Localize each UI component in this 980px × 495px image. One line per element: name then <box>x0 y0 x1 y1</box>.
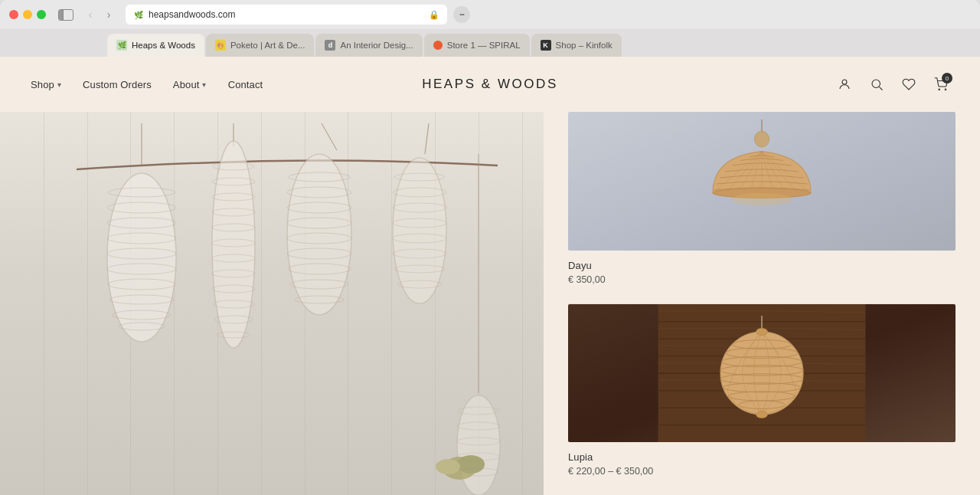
search-icon[interactable] <box>868 76 885 93</box>
product-card-lupia[interactable]: Lupia € 220,00 – € 350,00 <box>544 304 980 496</box>
tab-kinfolk[interactable]: K Shop – Kinfolk <box>531 34 622 57</box>
tab-interior[interactable]: d An Interior Desig... <box>315 34 422 57</box>
sidebar-toggle-button[interactable] <box>58 9 74 21</box>
wishlist-icon[interactable] <box>900 76 917 93</box>
title-bar: ‹ › 🌿 heapsandwoods.com 🔒 ··· <box>0 0 980 29</box>
svg-line-8 <box>425 123 429 154</box>
product-name-lupia: Lupia <box>568 451 956 463</box>
tab-spiral[interactable]: Store 1 — SPIRAL <box>424 34 530 57</box>
tab-label-kinfolk: Shop – Kinfolk <box>556 41 612 50</box>
tabs-bar: 🌿 Heaps & Woods 🎨 Poketo | Art & De... d… <box>0 29 980 57</box>
products-column: Dayu € 350,00 <box>544 112 980 495</box>
lupia-lamp-illustration <box>704 316 819 431</box>
svg-point-63 <box>754 131 769 147</box>
product-price-lupia: € 220,00 – € 350,00 <box>568 466 956 477</box>
tab-label-spiral: Store 1 — SPIRAL <box>447 41 521 50</box>
svg-point-1 <box>872 80 880 88</box>
tab-favicon-spiral <box>433 41 443 50</box>
site-nav: Shop ▾ Custom Orders About ▾ Contact HEA… <box>0 57 980 112</box>
tab-label-poketo: Poketo | Art & De... <box>230 41 305 50</box>
nav-about[interactable]: About ▾ <box>173 79 207 90</box>
tab-label-heaps: Heaps & Woods <box>132 41 195 50</box>
account-icon[interactable] <box>836 76 853 93</box>
address-bar[interactable]: 🌿 heapsandwoods.com 🔒 <box>126 5 447 25</box>
forward-button[interactable]: › <box>101 7 116 22</box>
tab-poketo[interactable]: 🎨 Poketo | Art & De... <box>206 34 315 57</box>
website-content: Shop ▾ Custom Orders About ▾ Contact HEA… <box>0 57 980 495</box>
dayu-lamp-illustration <box>701 120 823 242</box>
nav-shop[interactable]: Shop ▾ <box>31 79 61 90</box>
site-favicon: 🌿 <box>133 9 144 20</box>
product-info-lupia: Lupia € 220,00 – € 350,00 <box>568 442 956 477</box>
back-button[interactable]: ‹ <box>83 7 98 22</box>
nav-right: 0 <box>836 76 949 93</box>
svg-point-60 <box>457 455 485 474</box>
nav-custom-orders[interactable]: Custom Orders <box>83 79 152 90</box>
svg-point-61 <box>436 459 460 474</box>
product-card-dayu[interactable]: Dayu € 350,00 <box>544 112 980 303</box>
more-options-button[interactable]: ··· <box>453 6 470 23</box>
svg-point-0 <box>842 80 847 84</box>
tab-label-interior: An Interior Desig... <box>340 41 413 50</box>
svg-point-65 <box>731 193 792 205</box>
svg-line-7 <box>322 123 337 150</box>
site-logo[interactable]: HEAPS & WOODS <box>422 77 558 92</box>
traffic-lights <box>9 10 46 19</box>
lanterns-illustration <box>0 112 544 495</box>
lock-icon: 🔒 <box>429 10 439 20</box>
about-chevron-icon: ▾ <box>202 80 206 89</box>
address-text: heapsandwoods.com <box>149 9 424 20</box>
product-info-dayu: Dayu € 350,00 <box>568 251 956 285</box>
cart-icon[interactable]: 0 <box>933 76 949 93</box>
product-area: Dayu € 350,00 <box>0 112 980 495</box>
nav-contact[interactable]: Contact <box>228 79 263 90</box>
product-name-dayu: Dayu <box>568 260 956 271</box>
svg-point-84 <box>756 328 768 335</box>
tab-favicon-kinfolk: K <box>541 40 551 51</box>
tab-favicon-heaps: 🌿 <box>116 40 127 51</box>
svg-point-85 <box>756 411 768 418</box>
tab-heaps[interactable]: 🌿 Heaps & Woods <box>107 34 204 57</box>
svg-point-4 <box>945 89 946 90</box>
nav-arrows: ‹ › <box>83 7 116 22</box>
product-image-lupia <box>568 304 956 443</box>
minimize-button[interactable] <box>23 10 32 19</box>
tab-favicon-interior: d <box>325 40 335 51</box>
shop-chevron-icon: ▾ <box>57 80 61 89</box>
hero-image <box>0 112 544 495</box>
close-button[interactable] <box>9 10 18 19</box>
cart-badge: 0 <box>942 73 952 84</box>
tab-favicon-poketo: 🎨 <box>215 40 226 51</box>
fullscreen-button[interactable] <box>37 10 46 19</box>
svg-line-2 <box>879 87 882 90</box>
product-image-dayu <box>568 112 956 251</box>
product-price-dayu: € 350,00 <box>568 274 956 285</box>
svg-point-3 <box>939 89 940 90</box>
